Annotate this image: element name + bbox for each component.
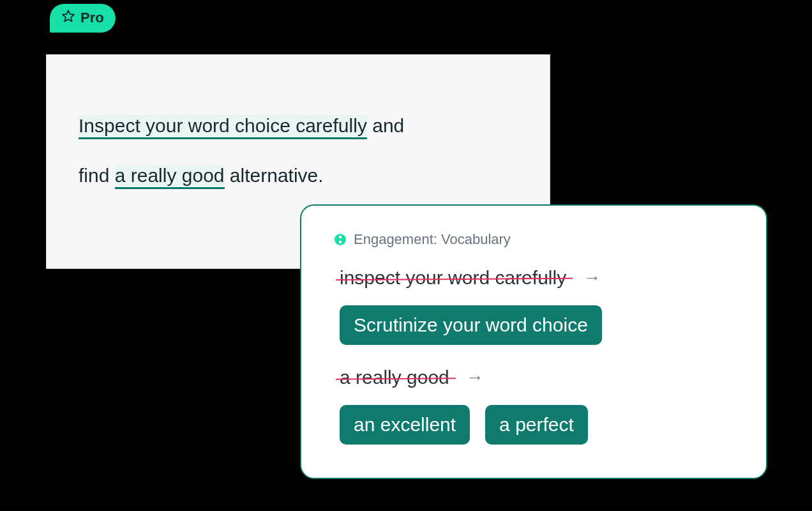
replacement-chip[interactable]: Scrutinize your word choice	[340, 305, 602, 345]
suggestion-block: inspect your word carefully → Scrutinize…	[335, 267, 733, 345]
pro-badge-label: Pro	[80, 10, 104, 26]
editor-line-1: Inspect your word choice carefully and	[79, 101, 518, 151]
editor-text: and	[367, 115, 404, 136]
svg-marker-0	[63, 10, 74, 21]
suggestion-popover: Engagement: Vocabulary inspect your word…	[300, 204, 767, 479]
star-icon	[61, 9, 75, 27]
editor-text: find	[79, 165, 115, 186]
pro-badge: Pro	[50, 4, 116, 33]
suggestion-block: a really good → an excellent a perfect	[335, 367, 733, 445]
strikethrough-text: inspect your word carefully	[340, 267, 566, 289]
strikethrough-text: a really good	[340, 367, 449, 388]
highlight-phrase-1[interactable]: Inspect your word choice carefully	[79, 115, 367, 139]
highlight-phrase-2[interactable]: a really good	[115, 165, 225, 189]
editor-text: alternative.	[225, 165, 324, 186]
popover-header: Engagement: Vocabulary	[335, 231, 733, 248]
arrow-right-icon: →	[583, 268, 601, 288]
replacement-chip[interactable]: an excellent	[340, 405, 470, 445]
strike-row: inspect your word carefully →	[340, 267, 733, 289]
strike-row: a really good →	[340, 367, 733, 388]
editor-line-2: find a really good alternative.	[79, 151, 518, 201]
suggestion-category: Engagement: Vocabulary	[354, 231, 511, 248]
replacement-chip[interactable]: a perfect	[485, 405, 588, 445]
brand-icon	[335, 234, 346, 245]
arrow-right-icon: →	[466, 367, 484, 388]
